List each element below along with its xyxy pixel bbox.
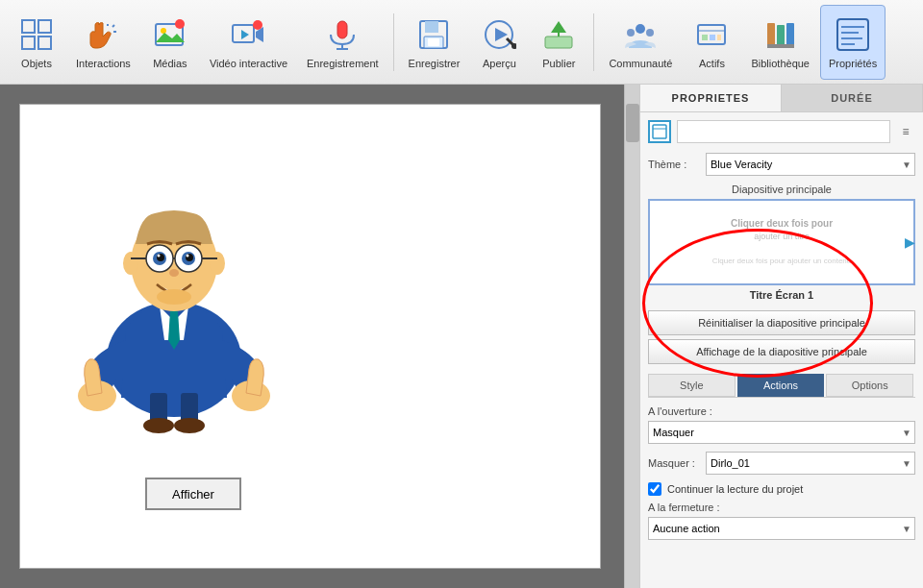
toolbar-item-actifs[interactable]: Actifs — [683, 5, 740, 80]
svg-rect-35 — [717, 35, 721, 40]
object-name-input[interactable] — [677, 120, 890, 143]
svg-point-9 — [175, 19, 185, 29]
svg-point-62 — [157, 289, 191, 305]
toolbar-item-objets[interactable]: Objets — [8, 5, 65, 80]
toolbar-label-enregistrer: Enregistrer — [409, 58, 461, 69]
name-menu-button[interactable]: ≡ — [896, 120, 915, 143]
canvas-scrollbar[interactable] — [624, 85, 639, 588]
sub-tab-actions[interactable]: Actions — [737, 374, 825, 397]
toolbar-item-interactions[interactable]: Interactions — [67, 5, 139, 80]
panel-content: ≡ Thème : Blue Veracity ▼ Diapositive pr… — [640, 112, 923, 588]
svg-point-8 — [161, 28, 166, 34]
action-close-select[interactable]: Aucune action Masquer Afficher — [648, 517, 915, 540]
masquer-row: Masquer : Dirlo_01 ▼ — [648, 452, 915, 475]
toolbar-item-publier[interactable]: Publier — [530, 5, 587, 80]
slide-preview-thumbnail[interactable]: Cliquer deux fois pour ajouter un titre … — [648, 199, 915, 285]
svg-rect-25 — [545, 37, 572, 48]
svg-rect-65 — [150, 393, 167, 422]
toolbar-label-video: Vidéo interactive — [210, 58, 287, 69]
svg-point-60 — [187, 255, 189, 257]
svg-rect-1 — [38, 20, 51, 33]
action-open-label: A l'ouverture : — [648, 405, 915, 417]
svg-point-30 — [646, 29, 654, 37]
slide-canvas: Afficher — [19, 104, 601, 569]
video-icon — [229, 15, 267, 54]
toolbar-label-bibliotheque: Bibliothèque — [751, 58, 810, 69]
object-type-icon — [648, 120, 671, 143]
slide-preview-label: Diapositive principale — [732, 184, 832, 195]
toolbar-item-video[interactable]: Vidéo interactive — [201, 5, 296, 80]
toolbar-label-objets: Objets — [21, 58, 52, 69]
right-panel: PROPRIETES DURÉE ≡ Thème : — [639, 85, 923, 588]
sub-tabs: Style Actions Options — [648, 374, 915, 398]
afficher-label: Afficher — [172, 487, 214, 502]
toolbar-label-actifs: Actifs — [699, 58, 725, 69]
svg-rect-34 — [710, 35, 715, 40]
toolbar-label-enregistrement: Enregistrement — [307, 58, 379, 69]
slide-preview-expand-arrow[interactable]: ▶ — [905, 234, 915, 250]
continue-checkbox[interactable] — [648, 482, 661, 496]
save-icon — [414, 15, 453, 54]
svg-rect-33 — [702, 35, 708, 40]
toolbar-item-medias[interactable]: Médias — [141, 5, 199, 80]
toolbar-item-enregistrer[interactable]: Enregistrer — [400, 5, 469, 80]
svg-point-28 — [636, 24, 645, 34]
tab-proprietes[interactable]: PROPRIETES — [640, 85, 782, 111]
sub-tab-style[interactable]: Style — [648, 374, 736, 397]
toolbar-item-communaute[interactable]: Communauté — [600, 5, 681, 80]
masquer-select-wrapper: Dirlo_01 ▼ — [706, 452, 915, 475]
svg-rect-20 — [428, 38, 439, 46]
svg-rect-2 — [22, 37, 35, 49]
checkbox-row: Continuer la lecture du projet — [648, 482, 915, 496]
svg-point-59 — [158, 255, 161, 257]
sub-tab-options[interactable]: Options — [826, 374, 913, 397]
toolbar-item-proprietes[interactable]: Propriétés — [820, 5, 886, 80]
svg-marker-22 — [495, 28, 508, 41]
svg-point-67 — [143, 418, 174, 433]
toolbar-label-proprietes: Propriétés — [829, 58, 877, 69]
theme-select[interactable]: Blue Veracity — [706, 153, 915, 176]
theme-row: Thème : Blue Veracity ▼ — [648, 153, 915, 176]
character-svg — [68, 148, 280, 446]
hand-icon — [84, 15, 122, 54]
publish-icon — [539, 15, 578, 54]
svg-rect-0 — [22, 20, 35, 33]
svg-marker-12 — [241, 30, 249, 39]
action-close-label: A la fermeture : — [648, 502, 915, 513]
masquer-label: Masquer : — [648, 457, 706, 469]
actions-content: A l'ouverture : Masquer Afficher Aucune … — [648, 405, 915, 540]
afficher-button[interactable]: Afficher — [145, 478, 241, 510]
masquer-select[interactable]: Dirlo_01 — [706, 452, 915, 475]
toolbar-label-interactions: Interactions — [76, 58, 131, 69]
svg-rect-39 — [767, 44, 794, 48]
svg-point-61 — [169, 269, 179, 277]
toolbar-item-enregistrement[interactable]: Enregistrement — [298, 5, 387, 80]
svg-line-5 — [112, 25, 114, 27]
toolbar-label-apercu: Aperçu — [483, 58, 516, 69]
panel-tabs: PROPRIETES DURÉE — [640, 85, 923, 112]
continue-label: Continuer la lecture du projet — [667, 483, 803, 495]
svg-rect-3 — [38, 37, 51, 49]
svg-point-13 — [253, 20, 262, 30]
divider-2 — [593, 13, 594, 71]
svg-rect-37 — [777, 25, 785, 46]
grid-icon — [17, 15, 56, 54]
svg-rect-40 — [837, 19, 868, 50]
svg-rect-36 — [767, 23, 775, 46]
svg-rect-69 — [653, 125, 666, 138]
tab-duree[interactable]: DURÉE — [782, 85, 923, 111]
main-area: Afficher PROPRIETES DURÉE — [0, 85, 923, 588]
affichage-button[interactable]: Affichage de la diapositive principale — [648, 339, 915, 364]
slide-preview-text: Cliquer deux fois pour ajouter un titre … — [712, 217, 852, 267]
action-open-select[interactable]: Masquer Afficher Aucune action — [648, 421, 915, 444]
reinit-button[interactable]: Réinitialiser la diapositive principale — [648, 310, 915, 335]
toolbar-item-apercu[interactable]: Aperçu — [470, 5, 528, 80]
svg-rect-66 — [181, 393, 198, 422]
svg-point-29 — [627, 29, 635, 37]
play-icon — [480, 15, 518, 54]
svg-rect-38 — [786, 23, 794, 46]
toolbar-item-bibliotheque[interactable]: Bibliothèque — [742, 5, 818, 80]
name-row: ≡ — [648, 120, 915, 143]
canvas-area: Afficher — [0, 85, 639, 588]
svg-rect-14 — [337, 21, 347, 38]
